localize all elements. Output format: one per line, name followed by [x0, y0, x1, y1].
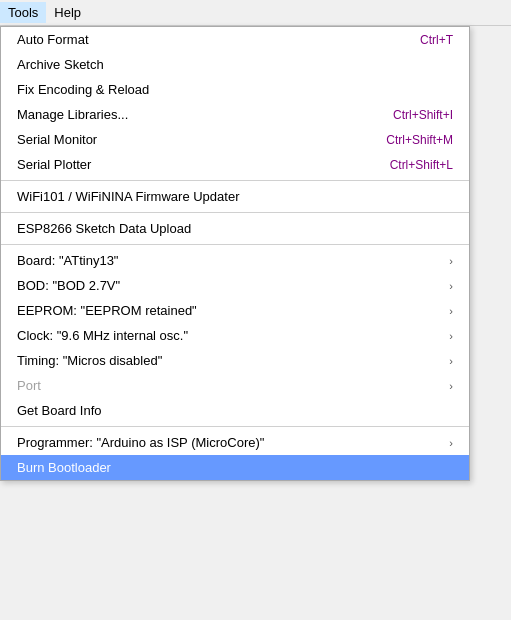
menu-item-clock[interactable]: Clock: "9.6 MHz internal osc."› — [1, 323, 469, 348]
shortcut-manage-libraries: Ctrl+Shift+I — [393, 108, 453, 122]
menu-bar-help[interactable]: Help — [46, 2, 89, 23]
menu-item-manage-libraries[interactable]: Manage Libraries...Ctrl+Shift+I — [1, 102, 469, 127]
menu-item-wifi-firmware[interactable]: WiFi101 / WiFiNINA Firmware Updater — [1, 184, 469, 209]
menu-bar: Tools Help — [0, 0, 511, 26]
menu-item-serial-plotter[interactable]: Serial PlotterCtrl+Shift+L — [1, 152, 469, 177]
chevron-icon-eeprom: › — [449, 305, 453, 317]
menu-item-label-board: Board: "ATtiny13" — [17, 253, 118, 268]
menu-item-esp8266-upload[interactable]: ESP8266 Sketch Data Upload — [1, 216, 469, 241]
menu-item-label-get-board-info: Get Board Info — [17, 403, 102, 418]
menu-item-label-clock: Clock: "9.6 MHz internal osc." — [17, 328, 188, 343]
shortcut-serial-plotter: Ctrl+Shift+L — [390, 158, 453, 172]
menu-item-timing[interactable]: Timing: "Micros disabled"› — [1, 348, 469, 373]
menu-item-label-bod: BOD: "BOD 2.7V" — [17, 278, 120, 293]
menu-item-bod[interactable]: BOD: "BOD 2.7V"› — [1, 273, 469, 298]
menu-bar-tools[interactable]: Tools — [0, 2, 46, 23]
menu-item-label-timing: Timing: "Micros disabled" — [17, 353, 162, 368]
dropdown-menu: Auto FormatCtrl+TArchive SketchFix Encod… — [0, 26, 470, 481]
menu-item-burn-bootloader[interactable]: Burn Bootloader — [1, 455, 469, 480]
menu-item-board[interactable]: Board: "ATtiny13"› — [1, 248, 469, 273]
menu-item-programmer[interactable]: Programmer: "Arduino as ISP (MicroCore)"… — [1, 430, 469, 455]
menu-item-get-board-info[interactable]: Get Board Info — [1, 398, 469, 423]
menu-item-port: Port› — [1, 373, 469, 398]
chevron-icon-timing: › — [449, 355, 453, 367]
menu-item-label-archive-sketch: Archive Sketch — [17, 57, 104, 72]
menu-item-fix-encoding[interactable]: Fix Encoding & Reload — [1, 77, 469, 102]
chevron-icon-board: › — [449, 255, 453, 267]
menu-item-label-esp8266-upload: ESP8266 Sketch Data Upload — [17, 221, 191, 236]
separator-after-esp8266-upload — [1, 244, 469, 245]
separator-after-wifi-firmware — [1, 212, 469, 213]
menu-item-label-serial-monitor: Serial Monitor — [17, 132, 97, 147]
menu-item-archive-sketch[interactable]: Archive Sketch — [1, 52, 469, 77]
chevron-icon-bod: › — [449, 280, 453, 292]
chevron-icon-clock: › — [449, 330, 453, 342]
separator-after-get-board-info — [1, 426, 469, 427]
menu-item-label-manage-libraries: Manage Libraries... — [17, 107, 128, 122]
menu-item-label-fix-encoding: Fix Encoding & Reload — [17, 82, 149, 97]
menu-item-eeprom[interactable]: EEPROM: "EEPROM retained"› — [1, 298, 469, 323]
menu-item-label-wifi-firmware: WiFi101 / WiFiNINA Firmware Updater — [17, 189, 239, 204]
menu-item-label-auto-format: Auto Format — [17, 32, 89, 47]
shortcut-auto-format: Ctrl+T — [420, 33, 453, 47]
menu-item-label-port: Port — [17, 378, 41, 393]
shortcut-serial-monitor: Ctrl+Shift+M — [386, 133, 453, 147]
chevron-icon-port: › — [449, 380, 453, 392]
menu-item-auto-format[interactable]: Auto FormatCtrl+T — [1, 27, 469, 52]
chevron-icon-programmer: › — [449, 437, 453, 449]
menu-item-serial-monitor[interactable]: Serial MonitorCtrl+Shift+M — [1, 127, 469, 152]
menu-item-label-programmer: Programmer: "Arduino as ISP (MicroCore)" — [17, 435, 264, 450]
menu-item-label-eeprom: EEPROM: "EEPROM retained" — [17, 303, 197, 318]
menu-item-label-burn-bootloader: Burn Bootloader — [17, 460, 111, 475]
menu-item-label-serial-plotter: Serial Plotter — [17, 157, 91, 172]
separator-after-serial-plotter — [1, 180, 469, 181]
